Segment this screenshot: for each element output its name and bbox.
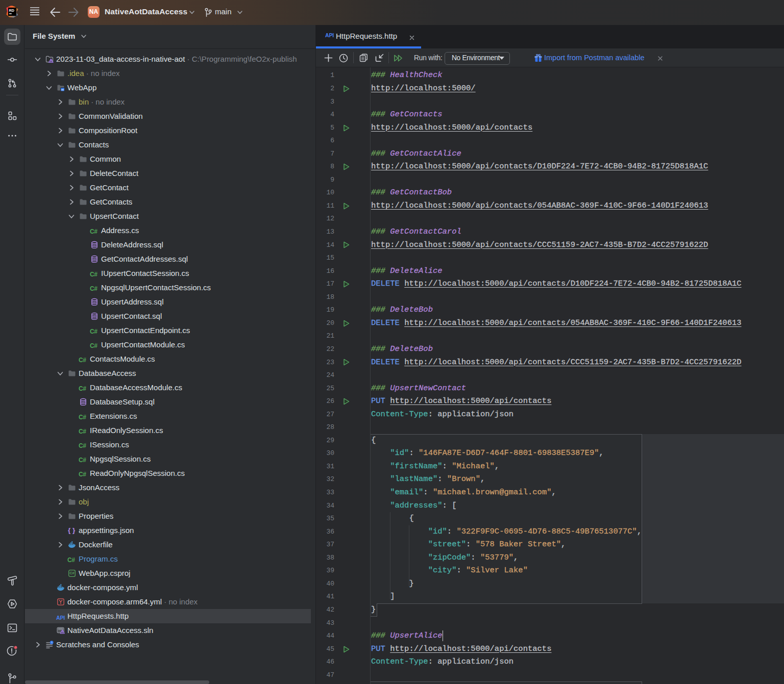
svg-text:RD: RD	[9, 8, 14, 13]
